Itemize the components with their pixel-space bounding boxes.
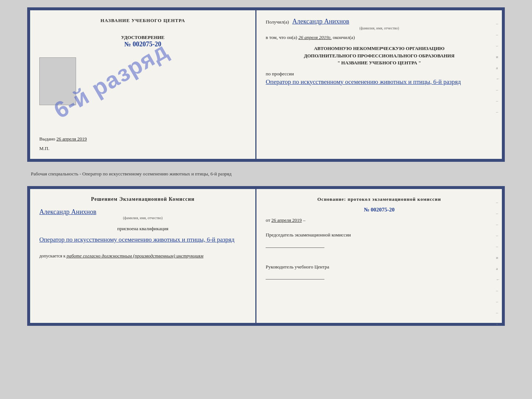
cert-label: УДОСТОВЕРЕНИЕ bbox=[39, 35, 246, 40]
right-side-marks: – – – и а ← – – – bbox=[496, 21, 500, 114]
bottom-right-panel: Основание: протокол экзаменационной коми… bbox=[256, 189, 502, 323]
right-side-marks-bottom: – – – – – и а ← – – – – bbox=[496, 200, 500, 326]
chairman-block: Председатель экзаменационной комиссии bbox=[266, 231, 493, 248]
bottom-left-panel: Решением экзаменационной комиссии Алекса… bbox=[30, 189, 256, 323]
cert-number: № 002075-20 bbox=[39, 40, 246, 48]
cert-number-area: УДОСТОВЕРЕНИЕ № 002075-20 bbox=[39, 35, 246, 48]
director-signature-line bbox=[266, 272, 324, 279]
received-name: Александр Анихнов bbox=[292, 18, 349, 25]
protocol-number: № 002075-20 bbox=[266, 207, 493, 213]
subtitle-text: Рабочая специальность - Оператор по иску… bbox=[27, 169, 505, 179]
photo-placeholder bbox=[39, 57, 76, 105]
admitted-prefix: допускается к bbox=[39, 253, 65, 259]
qualification-value: Оператор по искусственному осеменению жи… bbox=[39, 235, 246, 245]
issued-label: Выдано bbox=[39, 136, 55, 142]
profession-block: по профессии Оператор по искусственному … bbox=[266, 71, 493, 87]
mp-line: М.П. bbox=[39, 146, 246, 152]
protocol-date-prefix: от bbox=[266, 217, 270, 223]
issued-line: Выдано 26 апреля 2019 bbox=[39, 136, 246, 142]
date-value: 26 апреля 2019г. bbox=[298, 35, 331, 40]
qualification-label: присвоена квалификация bbox=[39, 226, 246, 232]
issued-date: 26 апреля 2019 bbox=[57, 136, 87, 142]
org-line1: АВТОНОМНУЮ НЕКОММЕРЧЕСКУЮ ОРГАНИЗАЦИЮ bbox=[266, 45, 493, 52]
top-diploma-card: НАЗВАНИЕ УЧЕБНОГО ЦЕНТРА УДОСТОВЕРЕНИЕ №… bbox=[27, 7, 505, 162]
date-suffix: окончил(а) bbox=[333, 35, 355, 40]
protocol-date-value: 26 апреля 2019 bbox=[272, 217, 302, 223]
bottom-person-subtitle: (фамилия, имя, отчество) bbox=[39, 216, 246, 220]
bottom-person-name: Александр Анихнов bbox=[39, 208, 96, 215]
diploma-center-title: НАЗВАНИЕ УЧЕБНОГО ЦЕНТРА bbox=[39, 18, 246, 24]
photo-row bbox=[39, 52, 246, 105]
org-block: АВТОНОМНУЮ НЕКОММЕРЧЕСКУЮ ОРГАНИЗАЦИЮ ДО… bbox=[266, 45, 493, 67]
dash-mark: – bbox=[303, 217, 306, 223]
org-line3: " НАЗВАНИЕ УЧЕБНОГО ЦЕНТРА " bbox=[266, 59, 493, 67]
chairman-signature-line bbox=[266, 241, 324, 248]
chairman-label: Председатель экзаменационной комиссии bbox=[266, 231, 493, 239]
diploma-right-panel: Получил(а) Александр Анихнов (фамилия, и… bbox=[256, 10, 502, 159]
bottom-person-row: Александр Анихнов (фамилия, имя, отчеств… bbox=[39, 208, 246, 220]
bottom-cert-card: Решением экзаменационной комиссии Алекса… bbox=[27, 186, 505, 326]
received-label: Получил(а) bbox=[266, 19, 289, 25]
director-label: Руководитель учебного Центра bbox=[266, 263, 493, 271]
basis-title: Основание: протокол экзаменационной коми… bbox=[266, 196, 493, 202]
admitted-value: работе согласно должностным (производств… bbox=[66, 253, 203, 259]
director-block: Руководитель учебного Центра bbox=[266, 258, 493, 280]
received-subtitle: (фамилия, имя, отчество) bbox=[266, 26, 493, 30]
date-line: в том, что он(а) 26 апреля 2019г. окончи… bbox=[266, 35, 493, 40]
profession-label: по профессии bbox=[266, 71, 493, 77]
diploma-left-panel: НАЗВАНИЕ УЧЕБНОГО ЦЕНТРА УДОСТОВЕРЕНИЕ №… bbox=[30, 10, 256, 159]
profession-value: Оператор по искусственному осеменению жи… bbox=[266, 77, 493, 87]
org-line2: ДОПОЛНИТЕЛЬНОГО ПРОФЕССИОНАЛЬНОГО ОБРАЗО… bbox=[266, 52, 493, 60]
date-prefix: в том, что он(а) bbox=[266, 35, 297, 40]
protocol-date: от 26 апреля 2019 – bbox=[266, 217, 493, 223]
received-row: Получил(а) Александр Анихнов (фамилия, и… bbox=[266, 18, 493, 30]
decision-title: Решением экзаменационной комиссии bbox=[39, 196, 246, 202]
admitted-line: допускается к работе согласно должностны… bbox=[39, 253, 246, 259]
